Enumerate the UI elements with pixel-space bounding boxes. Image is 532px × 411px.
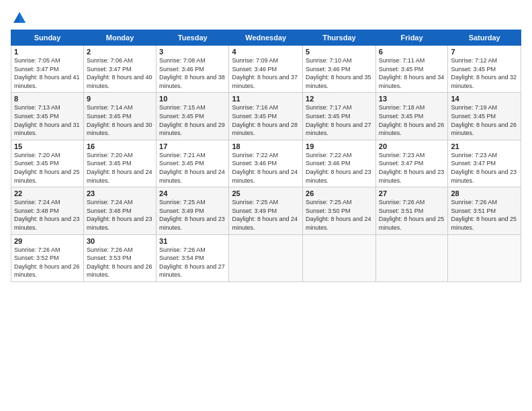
calendar-cell: 31Sunrise: 7:26 AM Sunset: 3:54 PM Dayli… — [157, 234, 229, 281]
calendar-cell: 13Sunrise: 7:18 AM Sunset: 3:45 PM Dayli… — [375, 93, 448, 140]
calendar-cell: 18Sunrise: 7:22 AM Sunset: 3:46 PM Dayli… — [229, 140, 303, 187]
day-info: Sunrise: 7:19 AM Sunset: 3:45 PM Dayligh… — [451, 103, 518, 137]
calendar-cell: 14Sunrise: 7:19 AM Sunset: 3:45 PM Dayli… — [448, 93, 521, 140]
day-number: 10 — [159, 95, 226, 103]
calendar-header: SundayMondayTuesdayWednesdayThursdayFrid… — [11, 30, 521, 46]
day-number: 4 — [232, 48, 300, 56]
day-info: Sunrise: 7:24 AM Sunset: 3:48 PM Dayligh… — [87, 198, 153, 232]
day-number: 28 — [451, 189, 518, 197]
page: SundayMondayTuesdayWednesdayThursdayFrid… — [0, 0, 532, 411]
weekday-header-saturday: Saturday — [448, 30, 521, 46]
day-number: 22 — [14, 189, 81, 197]
calendar-cell: 29Sunrise: 7:26 AM Sunset: 3:52 PM Dayli… — [11, 234, 84, 281]
day-info: Sunrise: 7:26 AM Sunset: 3:54 PM Dayligh… — [159, 246, 226, 279]
day-info: Sunrise: 7:23 AM Sunset: 3:47 PM Dayligh… — [379, 151, 445, 185]
day-info: Sunrise: 7:08 AM Sunset: 3:46 PM Dayligh… — [159, 56, 226, 90]
day-number: 5 — [306, 48, 373, 56]
calendar-cell: 30Sunrise: 7:26 AM Sunset: 3:53 PM Dayli… — [83, 234, 156, 281]
calendar-table: SundayMondayTuesdayWednesdayThursdayFrid… — [11, 30, 521, 282]
day-number: 6 — [379, 48, 445, 56]
day-number: 25 — [232, 189, 300, 197]
week-row-2: 8Sunrise: 7:13 AM Sunset: 3:45 PM Daylig… — [11, 93, 521, 140]
calendar-cell: 5Sunrise: 7:10 AM Sunset: 3:46 PM Daylig… — [303, 46, 376, 93]
day-info: Sunrise: 7:22 AM Sunset: 3:46 PM Dayligh… — [232, 151, 300, 185]
weekday-row: SundayMondayTuesdayWednesdayThursdayFrid… — [11, 30, 521, 46]
calendar-cell: 9Sunrise: 7:14 AM Sunset: 3:45 PM Daylig… — [83, 93, 156, 140]
day-number: 3 — [159, 48, 226, 56]
day-number: 15 — [14, 142, 81, 150]
week-row-1: 1Sunrise: 7:05 AM Sunset: 3:47 PM Daylig… — [11, 46, 521, 93]
day-info: Sunrise: 7:16 AM Sunset: 3:45 PM Dayligh… — [232, 103, 300, 137]
day-info: Sunrise: 7:26 AM Sunset: 3:52 PM Dayligh… — [14, 246, 81, 279]
day-info: Sunrise: 7:26 AM Sunset: 3:53 PM Dayligh… — [87, 246, 153, 279]
calendar-cell — [303, 234, 376, 281]
calendar-cell: 25Sunrise: 7:25 AM Sunset: 3:49 PM Dayli… — [229, 187, 303, 234]
calendar-cell: 4Sunrise: 7:09 AM Sunset: 3:46 PM Daylig… — [229, 46, 303, 93]
day-info: Sunrise: 7:17 AM Sunset: 3:45 PM Dayligh… — [306, 103, 373, 137]
day-number: 13 — [379, 95, 445, 103]
day-info: Sunrise: 7:23 AM Sunset: 3:47 PM Dayligh… — [451, 151, 518, 185]
day-info: Sunrise: 7:25 AM Sunset: 3:50 PM Dayligh… — [306, 198, 373, 232]
day-info: Sunrise: 7:06 AM Sunset: 3:47 PM Dayligh… — [87, 56, 153, 90]
day-number: 30 — [87, 237, 153, 245]
calendar-cell: 7Sunrise: 7:12 AM Sunset: 3:45 PM Daylig… — [448, 46, 521, 93]
calendar-cell: 19Sunrise: 7:22 AM Sunset: 3:46 PM Dayli… — [303, 140, 376, 187]
day-info: Sunrise: 7:25 AM Sunset: 3:49 PM Dayligh… — [159, 198, 226, 232]
day-number: 17 — [159, 142, 226, 150]
day-number: 20 — [379, 142, 445, 150]
calendar-cell: 6Sunrise: 7:11 AM Sunset: 3:45 PM Daylig… — [375, 46, 448, 93]
day-number: 29 — [14, 237, 81, 245]
day-info: Sunrise: 7:25 AM Sunset: 3:49 PM Dayligh… — [232, 198, 300, 232]
day-number: 21 — [451, 142, 518, 150]
calendar-cell: 24Sunrise: 7:25 AM Sunset: 3:49 PM Dayli… — [157, 187, 229, 234]
day-info: Sunrise: 7:21 AM Sunset: 3:45 PM Dayligh… — [159, 151, 226, 185]
day-info: Sunrise: 7:15 AM Sunset: 3:45 PM Dayligh… — [159, 103, 226, 137]
calendar-cell: 28Sunrise: 7:26 AM Sunset: 3:51 PM Dayli… — [448, 187, 521, 234]
day-info: Sunrise: 7:09 AM Sunset: 3:46 PM Dayligh… — [232, 56, 300, 90]
calendar-cell: 1Sunrise: 7:05 AM Sunset: 3:47 PM Daylig… — [11, 46, 84, 93]
day-number: 26 — [306, 189, 373, 197]
day-info: Sunrise: 7:12 AM Sunset: 3:45 PM Dayligh… — [451, 56, 518, 90]
day-info: Sunrise: 7:22 AM Sunset: 3:46 PM Dayligh… — [306, 151, 373, 185]
calendar-cell: 2Sunrise: 7:06 AM Sunset: 3:47 PM Daylig… — [83, 46, 156, 93]
weekday-header-thursday: Thursday — [303, 30, 376, 46]
calendar-cell: 26Sunrise: 7:25 AM Sunset: 3:50 PM Dayli… — [303, 187, 376, 234]
header — [11, 8, 521, 26]
day-number: 14 — [451, 95, 518, 103]
day-info: Sunrise: 7:14 AM Sunset: 3:45 PM Dayligh… — [87, 103, 153, 137]
day-info: Sunrise: 7:11 AM Sunset: 3:45 PM Dayligh… — [379, 56, 445, 90]
day-number: 31 — [159, 237, 226, 245]
day-number: 19 — [306, 142, 373, 150]
day-info: Sunrise: 7:26 AM Sunset: 3:51 PM Dayligh… — [379, 198, 445, 232]
calendar-cell: 22Sunrise: 7:24 AM Sunset: 3:48 PM Dayli… — [11, 187, 84, 234]
day-number: 24 — [159, 189, 226, 197]
day-number: 2 — [87, 48, 153, 56]
day-number: 1 — [14, 48, 81, 56]
calendar-cell: 23Sunrise: 7:24 AM Sunset: 3:48 PM Dayli… — [83, 187, 156, 234]
calendar-cell — [448, 234, 521, 281]
day-number: 16 — [87, 142, 153, 150]
day-info: Sunrise: 7:20 AM Sunset: 3:45 PM Dayligh… — [87, 151, 153, 185]
calendar-cell: 16Sunrise: 7:20 AM Sunset: 3:45 PM Dayli… — [83, 140, 156, 187]
day-info: Sunrise: 7:24 AM Sunset: 3:48 PM Dayligh… — [14, 198, 81, 232]
svg-marker-1 — [19, 12, 26, 23]
day-info: Sunrise: 7:13 AM Sunset: 3:45 PM Dayligh… — [14, 103, 81, 137]
calendar-cell — [229, 234, 303, 281]
calendar-cell — [375, 234, 448, 281]
weekday-header-wednesday: Wednesday — [229, 30, 303, 46]
day-number: 12 — [306, 95, 373, 103]
calendar-cell: 11Sunrise: 7:16 AM Sunset: 3:45 PM Dayli… — [229, 93, 303, 140]
logo — [11, 11, 27, 26]
day-number: 11 — [232, 95, 300, 103]
day-info: Sunrise: 7:20 AM Sunset: 3:45 PM Dayligh… — [14, 151, 81, 185]
day-number: 18 — [232, 142, 300, 150]
calendar-cell: 27Sunrise: 7:26 AM Sunset: 3:51 PM Dayli… — [375, 187, 448, 234]
calendar-cell: 17Sunrise: 7:21 AM Sunset: 3:45 PM Dayli… — [157, 140, 229, 187]
calendar-cell: 15Sunrise: 7:20 AM Sunset: 3:45 PM Dayli… — [11, 140, 84, 187]
weekday-header-monday: Monday — [83, 30, 156, 46]
day-number: 7 — [451, 48, 518, 56]
calendar-cell: 3Sunrise: 7:08 AM Sunset: 3:46 PM Daylig… — [157, 46, 229, 93]
day-info: Sunrise: 7:18 AM Sunset: 3:45 PM Dayligh… — [379, 103, 445, 137]
calendar-cell: 20Sunrise: 7:23 AM Sunset: 3:47 PM Dayli… — [375, 140, 448, 187]
calendar-cell: 12Sunrise: 7:17 AM Sunset: 3:45 PM Dayli… — [303, 93, 376, 140]
